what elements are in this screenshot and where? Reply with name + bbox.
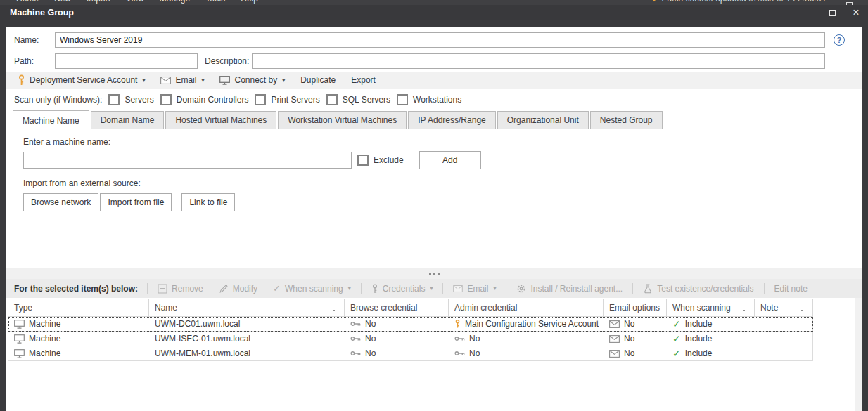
machines-table: Type Name Browse credential Admin creden… (8, 299, 813, 361)
check-icon: ✓ (672, 348, 681, 358)
row-when-scanning: Include (685, 319, 713, 329)
tab-ip-address-range[interactable]: IP Address/Range (408, 111, 496, 129)
scrollbar-track[interactable] (855, 298, 862, 411)
path-field[interactable] (55, 53, 198, 69)
when-scanning-button[interactable]: ✓ When scanning ▾ (265, 279, 359, 298)
help-icon[interactable]: ? (834, 34, 845, 46)
test-existence-credentials-button[interactable]: Test existence/credentials (635, 279, 761, 298)
menu-home[interactable]: Home (8, 0, 46, 4)
tab-nested-group[interactable]: Nested Group (590, 111, 663, 129)
tab-domain-name[interactable]: Domain Name (91, 111, 165, 129)
domain-controllers-checkbox[interactable] (160, 94, 172, 105)
check-icon: ✓ (672, 334, 681, 344)
menu-tools[interactable]: Tools (198, 0, 233, 4)
when-scanning-header-label: When scanning (672, 303, 731, 313)
toolbar-separator (632, 283, 633, 294)
email-label: Email (175, 75, 196, 85)
scan-option-workstations: Workstations (397, 94, 461, 105)
connect-by-button[interactable]: Connect by ▾ (212, 72, 293, 89)
edit-note-label: Edit note (774, 284, 808, 294)
credentials-button[interactable]: Credentials ▾ (364, 279, 441, 298)
row-admin-credential: No (469, 348, 480, 358)
email-actions-button[interactable]: Email ▾ (445, 279, 504, 298)
credentials-label: Credentials (383, 284, 426, 294)
remove-button[interactable]: Remove (150, 279, 211, 298)
modify-button[interactable]: Modify (211, 279, 265, 298)
import-from-file-button[interactable]: Import from file (100, 193, 172, 211)
splitter-grip-icon (438, 273, 440, 275)
monitor-icon (219, 76, 230, 85)
row-email-options: No (624, 334, 634, 344)
add-button[interactable]: Add (419, 151, 481, 169)
link-to-file-button[interactable]: Link to file (181, 193, 235, 211)
print-servers-checkbox[interactable] (255, 94, 266, 105)
gear-icon (516, 284, 526, 294)
column-header-browse-credential[interactable]: Browse credential (345, 299, 449, 316)
workstations-label: Workstations (413, 95, 461, 105)
menu-manage[interactable]: Manage (152, 0, 198, 4)
row-type: Machine (29, 348, 60, 358)
row-name: UWM-DC01.uwm.local (155, 319, 240, 329)
close-button[interactable]: × (844, 5, 868, 20)
menu-view[interactable]: View (118, 0, 152, 4)
row-browse-credential: No (365, 319, 376, 329)
sql-servers-checkbox[interactable] (326, 94, 338, 105)
menu-help[interactable]: Help (233, 0, 266, 4)
envelope-icon (609, 320, 620, 328)
servers-checkbox[interactable] (108, 94, 120, 105)
column-header-email-options[interactable]: Email options (604, 299, 667, 316)
menu-new[interactable]: New (46, 0, 79, 4)
column-header-name[interactable]: Name (149, 299, 345, 316)
email-actions-label: Email (467, 284, 488, 294)
table-row[interactable]: Machine UWM-DC01.uwm.local No Main Confi… (8, 317, 813, 332)
exclude-checkbox[interactable] (357, 155, 369, 166)
domain-controllers-label: Domain Controllers (177, 95, 249, 105)
envelope-icon (609, 335, 620, 343)
app-menubar: Home New Import View Manage Tools Help P… (0, 0, 868, 5)
browse-network-button[interactable]: Browse network (23, 193, 98, 211)
column-header-admin-credential[interactable]: Admin credential (449, 299, 604, 316)
row-name: UWM-MEM-01.uwm.local (155, 348, 250, 358)
servers-label: Servers (125, 95, 153, 105)
tab-machine-name[interactable]: Machine Name (13, 110, 89, 129)
row-type: Machine (29, 334, 60, 344)
column-header-note[interactable]: Note (755, 299, 813, 316)
row-when-scanning: Include (685, 348, 713, 358)
admin-credential-header-label: Admin credential (454, 303, 517, 313)
column-header-type[interactable]: Type (8, 299, 149, 316)
tab-workstation-virtual-machines[interactable]: Workstation Virtual Machines (278, 111, 407, 129)
import-source-label: Import from an external source: (23, 178, 862, 188)
description-field[interactable] (252, 53, 825, 69)
menu-import[interactable]: Import (79, 0, 118, 4)
install-reinstall-agent-button[interactable]: Install / Reinstall agent... (509, 279, 630, 298)
table-row[interactable]: Machine UWM-ISEC-01.uwm.local No No No ✓… (8, 332, 813, 346)
deployment-service-account-button[interactable]: Deployment Service Account ▾ (10, 72, 153, 89)
duplicate-button[interactable]: Duplicate (293, 72, 343, 89)
maximize-button[interactable] (820, 5, 844, 20)
row-admin-credential: No (469, 334, 480, 344)
email-options-header-label: Email options (609, 303, 660, 313)
help-glyph: ? (837, 36, 842, 44)
row-browse-credential: No (365, 334, 376, 344)
install-reinstall-agent-label: Install / Reinstall agent... (530, 284, 623, 294)
machine-group-dialog: Name: ? Path: Description: Deployment Se… (6, 27, 862, 411)
machine-name-input[interactable] (23, 152, 352, 169)
toolbar-separator (442, 283, 443, 294)
email-button[interactable]: Email ▾ (153, 72, 212, 89)
minus-square-icon (158, 284, 167, 294)
column-header-when-scanning[interactable]: When scanning (667, 299, 755, 316)
name-field[interactable] (55, 32, 825, 48)
modify-label: Modify (233, 284, 257, 294)
tab-organizational-unit[interactable]: Organizational Unit (497, 111, 589, 129)
edit-note-button[interactable]: Edit note (767, 279, 815, 298)
maximize-icon (829, 10, 836, 16)
table-row[interactable]: Machine UWM-MEM-01.uwm.local No No No ✓ … (8, 346, 813, 361)
workstations-checkbox[interactable] (397, 94, 408, 105)
export-button[interactable]: Export (343, 72, 383, 89)
machine-group-window: { "window": { "menu_items": ["Home", "Ne… (0, 0, 868, 411)
pane-splitter[interactable] (6, 268, 862, 279)
tab-hosted-virtual-machines[interactable]: Hosted Virtual Machines (165, 111, 276, 129)
sort-icon (332, 305, 339, 311)
check-icon: ✓ (273, 283, 281, 294)
when-scanning-label: When scanning (285, 284, 343, 294)
